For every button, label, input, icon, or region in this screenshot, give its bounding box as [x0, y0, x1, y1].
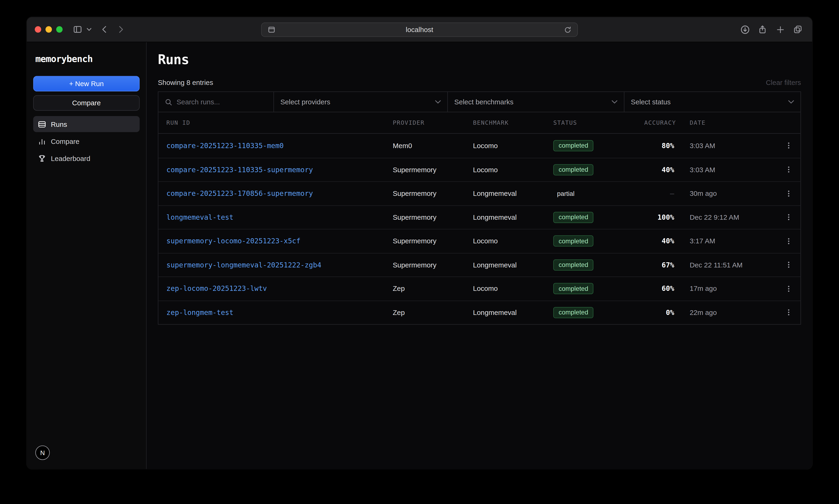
bar-chart-icon [38, 137, 46, 145]
table-row: longmemeval-test Supermemory Longmemeval… [159, 205, 801, 229]
reload-icon[interactable] [563, 25, 573, 34]
filter-bar: Select providers Select benchmarks [159, 92, 801, 112]
kebab-menu-icon[interactable] [785, 309, 792, 316]
downloads-icon[interactable] [738, 22, 752, 36]
avatar[interactable]: N [35, 446, 50, 460]
run-id-link[interactable]: compare-20251223-110335-supermemory [159, 166, 393, 174]
kebab-menu-icon[interactable] [785, 142, 792, 149]
status-badge: completed [553, 307, 593, 318]
compare-button[interactable]: Compare [33, 95, 140, 111]
provider-cell: Zep [393, 308, 473, 316]
kebab-menu-icon[interactable] [785, 285, 792, 292]
browser-toolbar: localhost [27, 17, 812, 42]
chevron-down-icon [612, 100, 618, 104]
status-badge: completed [553, 164, 593, 175]
run-id-link[interactable]: zep-longmem-test [159, 308, 393, 316]
app-logo: memorybench [27, 42, 146, 76]
clear-filters-button[interactable]: Clear filters [766, 78, 801, 87]
benchmark-cell: Longmemeval [473, 213, 553, 221]
date-cell: Dec 22 9:12 AM [674, 213, 777, 221]
run-id-link[interactable]: compare-20251223-110335-mem0 [159, 142, 393, 149]
status-badge: completed [553, 235, 593, 247]
column-header: PROVIDER [393, 119, 473, 126]
avatar-letter: N [40, 449, 45, 456]
accuracy-cell: 80% [644, 142, 674, 149]
date-cell: 17m ago [674, 285, 777, 293]
sidebar-item-compare[interactable]: Compare [33, 133, 140, 149]
status-badge: completed [553, 140, 593, 151]
kebab-menu-icon[interactable] [785, 237, 792, 245]
run-id-link[interactable]: supermemory-locomo-20251223-x5cf [159, 237, 393, 245]
forward-button[interactable] [114, 22, 128, 36]
benchmark-cell: Longmemeval [473, 261, 553, 269]
desktop: localhost [0, 0, 839, 504]
table-row: supermemory-locomo-20251223-x5cf Superme… [159, 229, 801, 253]
table-row: supermemory-longmemeval-20251222-zgb4 Su… [159, 253, 801, 276]
trophy-icon [38, 154, 46, 162]
provider-cell: Zep [393, 285, 473, 293]
sidebar-nav: Runs Compare Leaderboard [33, 116, 140, 166]
table-row: zep-locomo-20251223-lwtv Zep Locomo comp… [159, 276, 801, 301]
traffic-lights [35, 26, 63, 33]
browser-window: localhost [27, 17, 812, 469]
search-input[interactable] [177, 98, 267, 106]
status-badge: partial [553, 188, 580, 199]
new-run-button[interactable]: + New Run [33, 76, 140, 91]
table-row: compare-20251223-170856-supermemory Supe… [159, 181, 801, 205]
date-cell: Dec 22 11:51 AM [674, 261, 777, 269]
benchmark-cell: Locomo [473, 166, 553, 174]
sidebar-item-leaderboard[interactable]: Leaderboard [33, 150, 140, 166]
date-cell: 22m ago [674, 308, 777, 316]
benchmark-cell: Longmemeval [473, 190, 553, 197]
provider-cell: Supermemory [393, 237, 473, 245]
run-id-link[interactable]: compare-20251223-170856-supermemory [159, 190, 393, 197]
date-cell: 3:03 AM [674, 142, 777, 149]
kebab-menu-icon[interactable] [785, 166, 792, 174]
kebab-menu-icon[interactable] [785, 214, 792, 221]
tab-overview-icon[interactable] [791, 22, 805, 36]
url-text: localhost [276, 26, 563, 34]
providers-select-label: Select providers [281, 98, 330, 106]
status-badge: completed [553, 212, 593, 223]
address-bar[interactable]: localhost [261, 22, 578, 37]
chevron-down-icon [788, 100, 794, 104]
back-button[interactable] [97, 22, 111, 36]
benchmarks-select[interactable]: Select benchmarks [448, 92, 624, 112]
search-icon [165, 98, 172, 106]
toolbar-right-icons [738, 22, 805, 36]
run-id-link[interactable]: longmemeval-test [159, 213, 393, 221]
status-select[interactable]: Select status [624, 92, 800, 112]
column-header: ACCURACY [644, 119, 674, 126]
provider-cell: Supermemory [393, 213, 473, 221]
sidebar: memorybench + New Run Compare Runs [27, 42, 146, 469]
benchmark-cell: Locomo [473, 142, 553, 149]
run-id-link[interactable]: supermemory-longmemeval-20251222-zgb4 [159, 261, 393, 269]
sidebar-item-runs[interactable]: Runs [33, 116, 140, 132]
provider-cell: Supermemory [393, 261, 473, 269]
share-icon[interactable] [755, 22, 769, 36]
page-settings-icon[interactable] [266, 25, 276, 34]
date-cell: 30m ago [674, 190, 777, 197]
table-header: RUN ID PROVIDER BENCHMARK STATUS ACCURAC… [159, 112, 801, 133]
accuracy-cell: 40% [644, 237, 674, 245]
main-content: Runs Showing 8 entries Clear filters [146, 42, 812, 469]
sidebar-item-label: Compare [51, 137, 79, 145]
provider-cell: Supermemory [393, 166, 473, 174]
new-tab-icon[interactable] [773, 22, 787, 36]
zoom-window-button[interactable] [56, 26, 63, 33]
kebab-menu-icon[interactable] [785, 261, 792, 269]
sidebar-chevron-down-icon[interactable] [85, 22, 93, 36]
runs-panel: Select providers Select benchmarks [158, 91, 801, 325]
close-window-button[interactable] [35, 26, 41, 33]
table-body: compare-20251223-110335-mem0 Mem0 Locomo… [159, 133, 801, 324]
sidebar-toggle-icon[interactable] [71, 22, 85, 36]
kebab-menu-icon[interactable] [785, 190, 792, 197]
sidebar-item-label: Leaderboard [51, 154, 90, 162]
table-row: compare-20251223-110335-supermemory Supe… [159, 158, 801, 181]
run-id-link[interactable]: zep-locomo-20251223-lwtv [159, 285, 393, 293]
minimize-window-button[interactable] [46, 26, 52, 33]
providers-select[interactable]: Select providers [274, 92, 448, 112]
table-row: zep-longmem-test Zep Longmemeval complet… [159, 300, 801, 324]
provider-cell: Mem0 [393, 142, 473, 149]
status-badge: completed [553, 259, 593, 270]
